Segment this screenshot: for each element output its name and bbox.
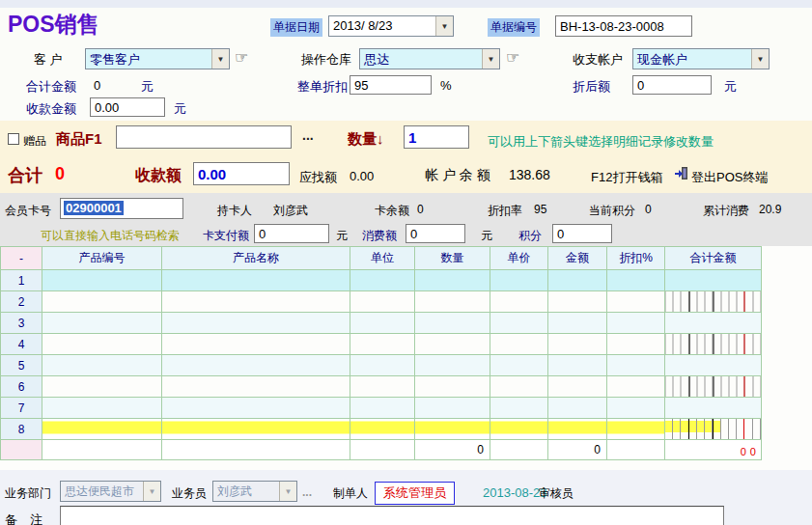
row-number[interactable]: 7 (1, 398, 42, 419)
grid-cell[interactable] (42, 376, 162, 398)
chevron-down-icon[interactable]: ▼ (435, 16, 453, 36)
chevron-down-icon[interactable]: ▼ (751, 49, 769, 69)
qty-input[interactable] (404, 125, 469, 149)
grid-cell[interactable] (350, 419, 415, 440)
grid-cell[interactable] (350, 355, 415, 376)
grid-cell[interactable] (42, 270, 162, 291)
logout-command[interactable]: 登出POS终端 (691, 169, 768, 186)
grid-cell-digit-grid[interactable] (665, 376, 762, 398)
logout-icon[interactable] (675, 166, 688, 183)
grid-cell[interactable] (42, 355, 162, 376)
row-number[interactable]: 4 (1, 334, 42, 355)
product-input[interactable] (116, 125, 292, 149)
row-number[interactable]: 5 (1, 355, 42, 376)
card-pay-input[interactable] (254, 224, 329, 243)
point-input[interactable] (552, 224, 612, 243)
doc-date-combobox[interactable]: 2013/ 8/23 ▼ (328, 15, 454, 37)
account-combobox[interactable]: 现金帐户 ▼ (632, 48, 770, 69)
grid-cell-digit-grid[interactable] (665, 334, 762, 355)
grid-cell-digit-grid[interactable] (665, 355, 762, 376)
warehouse-combobox[interactable]: 思达 ▼ (359, 48, 500, 69)
grid-cell[interactable] (415, 313, 490, 334)
gift-checkbox[interactable] (8, 133, 19, 145)
row-number[interactable]: 2 (1, 291, 42, 313)
grid-cell[interactable] (415, 419, 490, 440)
product-more-button[interactable]: ... (302, 127, 314, 143)
row-number[interactable]: 3 (1, 313, 42, 334)
discount-input[interactable] (350, 75, 432, 95)
grid-cell[interactable] (548, 398, 607, 419)
grid-cell[interactable] (162, 376, 350, 398)
grid-cell-digit-grid[interactable] (665, 313, 762, 334)
received-input[interactable] (90, 97, 165, 117)
grid-cell-digit-grid[interactable] (665, 398, 762, 419)
grid-cell[interactable] (548, 313, 607, 334)
grid-cell[interactable] (607, 398, 665, 419)
grid-cell[interactable] (42, 419, 162, 440)
customer-lookup-hand-icon[interactable]: ☞ (235, 49, 248, 67)
grid-cell[interactable] (607, 419, 665, 440)
row-number[interactable]: 1 (1, 270, 42, 291)
grid-cell[interactable] (490, 355, 548, 376)
customer-combobox[interactable]: 零售客户 ▼ (85, 48, 230, 69)
row-number[interactable]: 6 (1, 376, 42, 398)
grid-cell[interactable] (607, 270, 665, 291)
grid-cell[interactable] (162, 334, 350, 355)
grid-cell[interactable] (415, 376, 490, 398)
grid-cell[interactable] (42, 313, 162, 334)
grid-cell[interactable] (162, 270, 350, 291)
payment-input[interactable] (193, 162, 290, 185)
grid-cell-digit-grid[interactable] (665, 419, 762, 440)
grid-cell[interactable] (490, 291, 548, 313)
grid-cell[interactable] (607, 355, 665, 376)
grid-cell[interactable] (548, 270, 607, 291)
member-card-input[interactable]: 02900001 (60, 198, 183, 219)
grid-cell-digit-grid[interactable] (665, 291, 762, 313)
chevron-down-icon[interactable]: ▼ (482, 49, 499, 69)
grid-cell[interactable] (350, 291, 415, 313)
grid-cell[interactable] (490, 376, 548, 398)
grid-cell[interactable] (548, 355, 607, 376)
grid-cell[interactable] (607, 334, 665, 355)
grid-cell[interactable] (42, 334, 162, 355)
remark-input[interactable] (60, 506, 724, 525)
warehouse-lookup-hand-icon[interactable]: ☞ (506, 49, 519, 67)
grid-cell[interactable] (350, 313, 415, 334)
grid-cell[interactable] (607, 376, 665, 398)
open-drawer-command[interactable]: F12打开钱箱 (591, 169, 662, 186)
grid-cell[interactable] (415, 291, 490, 313)
doc-no-input[interactable] (555, 15, 692, 37)
grid-cell-digit-grid[interactable] (665, 270, 762, 291)
grid-cell[interactable] (42, 398, 162, 419)
grid-cell[interactable] (350, 270, 415, 291)
grid-cell[interactable] (548, 334, 607, 355)
grid-cell[interactable] (162, 398, 350, 419)
grid-cell[interactable] (350, 376, 415, 398)
grid-cell[interactable] (548, 376, 607, 398)
after-discount-input[interactable] (632, 75, 712, 95)
consume-input[interactable] (406, 224, 465, 243)
grid-cell[interactable] (162, 419, 350, 440)
grid-cell[interactable] (162, 355, 350, 376)
grid-cell[interactable] (350, 334, 415, 355)
grid-cell[interactable] (548, 291, 607, 313)
grid-cell[interactable] (490, 398, 548, 419)
chevron-down-icon[interactable]: ▼ (211, 49, 229, 69)
grid-cell[interactable] (42, 291, 162, 313)
grid-cell[interactable] (607, 313, 665, 334)
grand-total-value: 0 (55, 164, 65, 184)
grid-cell[interactable] (490, 313, 548, 334)
grid-cell[interactable] (162, 291, 350, 313)
grid-cell[interactable] (415, 334, 490, 355)
grid-cell[interactable] (490, 334, 548, 355)
row-number[interactable]: 8 (1, 419, 42, 440)
grid-cell[interactable] (548, 419, 607, 440)
grid-cell[interactable] (490, 419, 548, 440)
grid-cell[interactable] (350, 398, 415, 419)
grid-cell[interactable] (415, 398, 490, 419)
grid-cell[interactable] (162, 313, 350, 334)
grid-cell[interactable] (415, 355, 490, 376)
grid-cell[interactable] (490, 270, 548, 291)
grid-cell[interactable] (415, 270, 490, 291)
grid-cell[interactable] (607, 291, 665, 313)
